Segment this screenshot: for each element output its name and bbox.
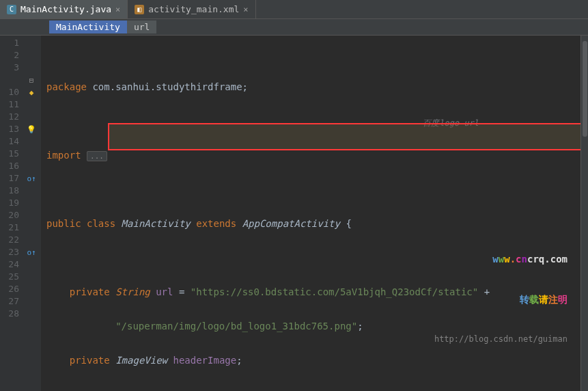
breadcrumb: MainActivity url [0,19,588,36]
editor-tabs: C MainActivity.java × ◧ activity_main.xm… [0,0,588,19]
tab-activity-main-xml[interactable]: ◧ activity_main.xml × [128,0,255,18]
vertical-scrollbar[interactable] [580,36,588,391]
line-numbers: 1231011121314151617181920212223242526272… [0,36,22,391]
scroll-thumb[interactable] [583,41,587,137]
code-area[interactable]: 百度logo url package com.sanhui.studythird… [41,36,588,391]
close-icon[interactable]: × [115,5,120,14]
crumb-field[interactable]: url [127,21,156,33]
lightbulb-icon[interactable]: 💡 [22,123,41,135]
editor: 1231011121314151617181920212223242526272… [0,36,588,391]
highlight-box [108,123,588,150]
tab-mainactivity[interactable]: C MainActivity.java × [0,0,128,18]
java-file-icon: C [7,5,16,14]
close-icon[interactable]: × [243,5,248,14]
folded-imports[interactable]: ... [87,151,107,161]
crumb-class[interactable]: MainActivity [49,21,127,33]
gutter: ⊟ ◆ 💡 o↑ o↑ [22,36,41,391]
override-icon[interactable]: o↑ [22,246,41,258]
collapse-icon[interactable]: ⊟ [22,74,41,86]
watermark: www.cncrq.com 转载请注明 http://blog.csdn.net… [434,226,568,372]
xml-file-icon: ◧ [135,5,144,14]
warning-icon[interactable]: ◆ [22,86,41,98]
tab-label: MainActivity.java [20,4,111,14]
tab-label: activity_main.xml [148,4,239,14]
override-icon[interactable]: o↑ [22,172,41,185]
